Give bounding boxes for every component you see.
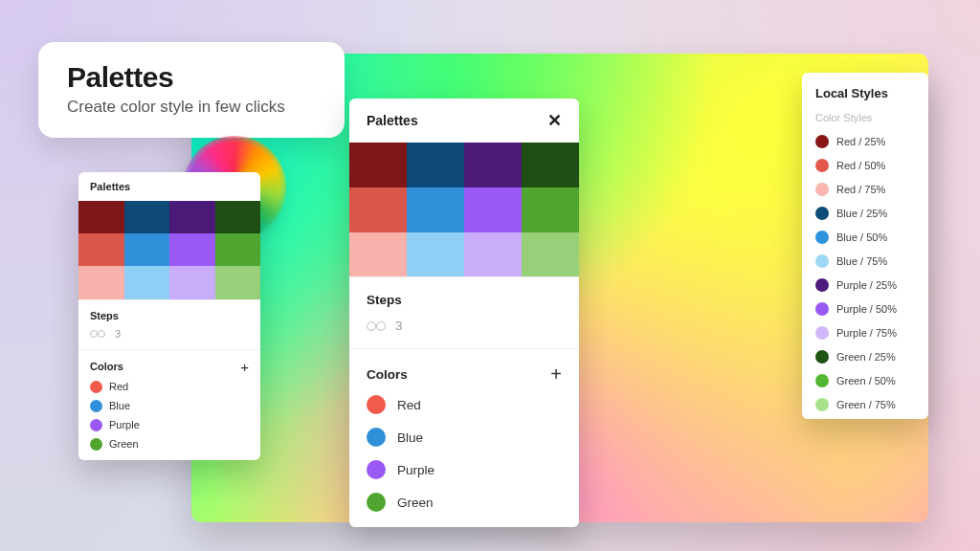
style-label: Red / 75%	[836, 184, 885, 195]
style-item[interactable]: Blue / 75%	[815, 254, 915, 268]
steps-input[interactable]: 3	[395, 319, 403, 333]
style-item[interactable]: Red / 25%	[815, 135, 915, 148]
style-item[interactable]: Green / 75%	[815, 398, 915, 411]
color-list: RedBluePurpleGreen	[367, 395, 562, 512]
panel-title: Palettes	[367, 113, 418, 128]
color-item[interactable]: Red	[367, 395, 562, 414]
swatch[interactable]	[124, 233, 170, 266]
colors-label: Colors	[367, 367, 408, 382]
style-label: Green / 75%	[836, 399, 896, 410]
style-dot-icon	[815, 278, 829, 292]
style-item[interactable]: Purple / 75%	[815, 326, 915, 340]
swatch[interactable]	[215, 266, 261, 298]
steps-section: Steps 3	[78, 299, 260, 349]
color-dot-icon	[367, 395, 386, 414]
swatch[interactable]	[349, 232, 407, 277]
style-label: Green / 50%	[836, 375, 896, 386]
color-dot-icon	[90, 400, 102, 412]
swatch[interactable]	[522, 143, 579, 187]
color-item[interactable]: Purple	[90, 419, 249, 431]
style-label: Purple / 50%	[836, 303, 897, 315]
swatch[interactable]	[464, 232, 522, 277]
swatch[interactable]	[464, 143, 522, 187]
color-dot-icon	[90, 419, 102, 431]
style-item[interactable]: Blue / 50%	[815, 231, 915, 244]
style-label: Green / 25%	[836, 351, 896, 363]
close-icon[interactable]: ✕	[547, 112, 562, 129]
style-label: Purple / 25%	[836, 279, 897, 291]
panel-header: Palettes	[78, 172, 260, 201]
palette-panel: Palettes ✕ Steps 3 Colors + RedBluePurpl…	[349, 99, 579, 527]
color-item[interactable]: Blue	[367, 428, 562, 447]
add-color-button[interactable]: +	[240, 360, 249, 374]
style-item[interactable]: Blue / 25%	[815, 207, 915, 220]
steps-input[interactable]: 3	[115, 328, 121, 340]
style-dot-icon	[815, 254, 829, 268]
color-item[interactable]: Green	[90, 438, 249, 451]
color-label: Green	[397, 496, 434, 510]
style-item[interactable]: Red / 50%	[815, 159, 915, 172]
style-dot-icon	[815, 326, 829, 340]
color-label: Green	[109, 438, 139, 450]
style-label: Purple / 75%	[836, 327, 897, 339]
local-styles-panel: Local Styles Color Styles Red / 25%Red /…	[802, 73, 928, 419]
title-card: Palettes Create color style in few click…	[38, 42, 345, 138]
style-label: Red / 25%	[836, 136, 885, 147]
style-dot-icon	[815, 207, 829, 220]
color-label: Purple	[397, 463, 434, 477]
swatch[interactable]	[215, 201, 261, 233]
style-dot-icon	[815, 135, 829, 148]
style-item[interactable]: Green / 50%	[815, 374, 915, 387]
color-item[interactable]: Green	[367, 493, 562, 512]
style-item[interactable]: Purple / 25%	[815, 278, 915, 292]
swatch[interactable]	[169, 266, 215, 298]
swatch[interactable]	[407, 187, 464, 232]
panel-header: Palettes ✕	[349, 99, 579, 143]
swatch[interactable]	[349, 143, 407, 187]
color-item[interactable]: Purple	[367, 460, 562, 479]
style-item[interactable]: Red / 75%	[815, 183, 915, 196]
swatch[interactable]	[78, 201, 124, 233]
style-item[interactable]: Green / 25%	[815, 350, 915, 364]
swatch[interactable]	[215, 233, 261, 266]
style-dot-icon	[815, 302, 829, 316]
swatch[interactable]	[407, 232, 464, 277]
swatch[interactable]	[522, 187, 579, 232]
swatch[interactable]	[124, 266, 170, 298]
style-label: Blue / 25%	[836, 208, 887, 219]
swatch[interactable]	[78, 233, 124, 266]
swatch[interactable]	[407, 143, 464, 187]
style-dot-icon	[815, 398, 829, 411]
link-icon	[90, 329, 105, 339]
swatch[interactable]	[464, 187, 522, 232]
color-dot-icon	[90, 438, 102, 451]
style-label: Blue / 50%	[836, 231, 887, 243]
color-dot-icon	[367, 428, 386, 447]
swatch[interactable]	[124, 201, 170, 233]
swatch[interactable]	[78, 266, 124, 298]
steps-label: Steps	[367, 293, 562, 307]
swatch[interactable]	[522, 232, 579, 277]
swatch[interactable]	[169, 233, 215, 266]
swatch[interactable]	[349, 187, 407, 232]
color-label: Red	[109, 381, 128, 392]
color-list: RedBluePurpleGreen	[90, 381, 249, 451]
add-color-button[interactable]: +	[550, 364, 562, 384]
color-item[interactable]: Red	[90, 381, 249, 393]
swatch-grid	[78, 201, 260, 299]
local-styles-subheading: Color Styles	[815, 112, 915, 123]
panel-title: Palettes	[90, 181, 130, 192]
link-icon	[367, 320, 386, 332]
color-dot-icon	[367, 460, 386, 479]
style-label: Red / 50%	[836, 160, 885, 171]
colors-section: Colors + RedBluePurpleGreen	[349, 348, 579, 527]
swatch[interactable]	[169, 201, 215, 233]
style-item[interactable]: Purple / 50%	[815, 302, 915, 316]
local-styles-heading: Local Styles	[815, 86, 915, 100]
color-dot-icon	[367, 493, 386, 512]
page-title: Palettes	[67, 61, 316, 94]
color-item[interactable]: Blue	[90, 400, 249, 412]
swatch-grid	[349, 143, 579, 276]
style-dot-icon	[815, 350, 829, 364]
color-label: Red	[397, 398, 421, 412]
